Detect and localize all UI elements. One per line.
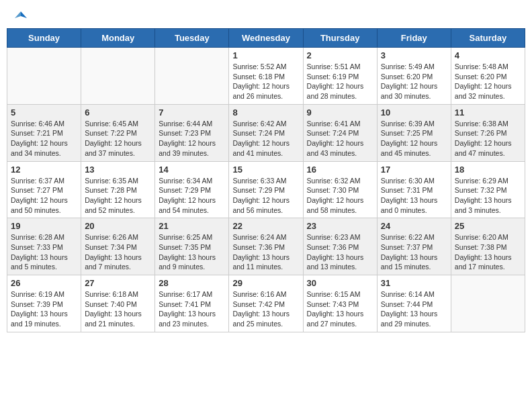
calendar-day-header: Sunday [7, 29, 81, 48]
calendar-week-row: 12Sunrise: 6:37 AM Sunset: 7:27 PM Dayli… [7, 161, 525, 218]
day-info: Sunrise: 6:20 AM Sunset: 7:38 PM Dayligh… [455, 232, 521, 272]
day-info: Sunrise: 5:52 AM Sunset: 6:18 PM Dayligh… [232, 62, 299, 101]
day-number: 11 [455, 107, 521, 118]
calendar-day-cell: 15Sunrise: 6:33 AM Sunset: 7:29 PM Dayli… [229, 161, 303, 218]
day-number: 15 [232, 165, 299, 175]
calendar-day-cell: 5Sunrise: 6:46 AM Sunset: 7:21 PM Daylig… [7, 104, 81, 161]
day-info: Sunrise: 5:49 AM Sunset: 6:20 PM Dayligh… [381, 62, 447, 101]
day-number: 4 [455, 50, 521, 60]
calendar-day-cell: 26Sunrise: 6:19 AM Sunset: 7:39 PM Dayli… [7, 275, 81, 332]
day-number: 23 [307, 221, 373, 231]
calendar-day-header: Thursday [303, 29, 377, 48]
calendar-day-cell: 4Sunrise: 5:48 AM Sunset: 6:20 PM Daylig… [451, 48, 525, 105]
logo-bird-icon [15, 10, 27, 22]
day-number: 13 [85, 165, 151, 175]
day-number: 16 [307, 165, 373, 175]
calendar-day-cell: 29Sunrise: 6:16 AM Sunset: 7:42 PM Dayli… [229, 275, 303, 332]
day-number: 22 [232, 221, 299, 231]
calendar-day-cell: 30Sunrise: 6:15 AM Sunset: 7:43 PM Dayli… [303, 275, 377, 332]
calendar-table: SundayMondayTuesdayWednesdayThursdayFrid… [7, 28, 525, 332]
calendar-day-cell: 13Sunrise: 6:35 AM Sunset: 7:28 PM Dayli… [81, 161, 155, 218]
day-number: 12 [11, 165, 77, 175]
day-info: Sunrise: 6:16 AM Sunset: 7:42 PM Dayligh… [232, 289, 299, 329]
day-number: 10 [381, 107, 447, 118]
day-number: 29 [232, 278, 299, 288]
day-number: 24 [381, 221, 447, 231]
day-number: 2 [307, 50, 373, 60]
day-info: Sunrise: 6:23 AM Sunset: 7:36 PM Dayligh… [307, 232, 373, 272]
day-info: Sunrise: 6:22 AM Sunset: 7:37 PM Dayligh… [381, 232, 447, 272]
calendar-day-cell: 16Sunrise: 6:32 AM Sunset: 7:30 PM Dayli… [303, 161, 377, 218]
day-info: Sunrise: 6:33 AM Sunset: 7:29 PM Dayligh… [232, 176, 299, 216]
day-number: 31 [381, 278, 447, 288]
calendar-day-cell: 1Sunrise: 5:52 AM Sunset: 6:18 PM Daylig… [229, 48, 303, 105]
day-number: 7 [159, 107, 225, 118]
day-number: 26 [11, 278, 77, 288]
calendar-day-cell: 28Sunrise: 6:17 AM Sunset: 7:41 PM Dayli… [155, 275, 229, 332]
logo [13, 10, 28, 19]
calendar-day-cell: 17Sunrise: 6:30 AM Sunset: 7:31 PM Dayli… [377, 161, 451, 218]
calendar-week-row: 1Sunrise: 5:52 AM Sunset: 6:18 PM Daylig… [7, 48, 525, 105]
day-info: Sunrise: 6:28 AM Sunset: 7:33 PM Dayligh… [11, 232, 77, 272]
calendar-day-cell: 2Sunrise: 5:51 AM Sunset: 6:19 PM Daylig… [303, 48, 377, 105]
day-number: 17 [381, 165, 447, 175]
day-info: Sunrise: 6:24 AM Sunset: 7:36 PM Dayligh… [232, 232, 299, 272]
calendar-day-cell [7, 48, 81, 105]
day-number: 27 [85, 278, 151, 288]
calendar-day-cell: 8Sunrise: 6:42 AM Sunset: 7:24 PM Daylig… [229, 104, 303, 161]
day-number: 30 [307, 278, 373, 288]
day-number: 9 [307, 107, 373, 118]
svg-marker-0 [21, 11, 27, 18]
calendar-day-cell [451, 275, 525, 332]
day-number: 28 [159, 278, 225, 288]
day-info: Sunrise: 6:15 AM Sunset: 7:43 PM Dayligh… [307, 289, 373, 329]
calendar-day-cell: 11Sunrise: 6:38 AM Sunset: 7:26 PM Dayli… [451, 104, 525, 161]
day-info: Sunrise: 6:37 AM Sunset: 7:27 PM Dayligh… [11, 176, 77, 216]
day-info: Sunrise: 6:25 AM Sunset: 7:35 PM Dayligh… [159, 232, 225, 272]
calendar-day-cell: 25Sunrise: 6:20 AM Sunset: 7:38 PM Dayli… [451, 218, 525, 275]
day-info: Sunrise: 6:45 AM Sunset: 7:22 PM Dayligh… [85, 119, 151, 158]
day-info: Sunrise: 6:26 AM Sunset: 7:34 PM Dayligh… [85, 232, 151, 272]
day-info: Sunrise: 5:51 AM Sunset: 6:19 PM Dayligh… [307, 62, 373, 101]
svg-marker-1 [15, 11, 21, 18]
calendar-week-row: 19Sunrise: 6:28 AM Sunset: 7:33 PM Dayli… [7, 218, 525, 275]
calendar-day-cell: 19Sunrise: 6:28 AM Sunset: 7:33 PM Dayli… [7, 218, 81, 275]
calendar-day-header: Wednesday [229, 29, 303, 48]
calendar-day-cell: 6Sunrise: 6:45 AM Sunset: 7:22 PM Daylig… [81, 104, 155, 161]
calendar-day-header: Saturday [451, 29, 525, 48]
calendar-day-cell: 21Sunrise: 6:25 AM Sunset: 7:35 PM Dayli… [155, 218, 229, 275]
calendar-day-cell: 20Sunrise: 6:26 AM Sunset: 7:34 PM Dayli… [81, 218, 155, 275]
calendar-day-header: Tuesday [155, 29, 229, 48]
day-info: Sunrise: 6:44 AM Sunset: 7:23 PM Dayligh… [159, 119, 225, 158]
day-number: 18 [455, 165, 521, 175]
calendar-day-cell: 10Sunrise: 6:39 AM Sunset: 7:25 PM Dayli… [377, 104, 451, 161]
calendar-day-cell: 3Sunrise: 5:49 AM Sunset: 6:20 PM Daylig… [377, 48, 451, 105]
calendar-day-cell: 9Sunrise: 6:41 AM Sunset: 7:24 PM Daylig… [303, 104, 377, 161]
calendar-day-cell [155, 48, 229, 105]
day-number: 6 [85, 107, 151, 118]
day-info: Sunrise: 6:34 AM Sunset: 7:29 PM Dayligh… [159, 176, 225, 216]
day-number: 20 [85, 221, 151, 231]
day-info: Sunrise: 6:18 AM Sunset: 7:40 PM Dayligh… [85, 289, 151, 329]
day-number: 19 [11, 221, 77, 231]
day-info: Sunrise: 6:39 AM Sunset: 7:25 PM Dayligh… [381, 119, 447, 158]
day-info: Sunrise: 6:19 AM Sunset: 7:39 PM Dayligh… [11, 289, 77, 329]
calendar-week-row: 5Sunrise: 6:46 AM Sunset: 7:21 PM Daylig… [7, 104, 525, 161]
day-info: Sunrise: 6:17 AM Sunset: 7:41 PM Dayligh… [159, 289, 225, 329]
calendar-day-cell: 18Sunrise: 6:29 AM Sunset: 7:32 PM Dayli… [451, 161, 525, 218]
day-info: Sunrise: 6:42 AM Sunset: 7:24 PM Dayligh… [232, 119, 299, 158]
calendar-day-header: Monday [81, 29, 155, 48]
page-header [7, 7, 525, 23]
day-number: 14 [159, 165, 225, 175]
day-info: Sunrise: 6:30 AM Sunset: 7:31 PM Dayligh… [381, 176, 447, 216]
calendar-day-cell: 7Sunrise: 6:44 AM Sunset: 7:23 PM Daylig… [155, 104, 229, 161]
day-number: 3 [381, 50, 447, 60]
calendar-day-cell: 12Sunrise: 6:37 AM Sunset: 7:27 PM Dayli… [7, 161, 81, 218]
day-number: 25 [455, 221, 521, 231]
calendar-day-cell: 22Sunrise: 6:24 AM Sunset: 7:36 PM Dayli… [229, 218, 303, 275]
calendar-week-row: 26Sunrise: 6:19 AM Sunset: 7:39 PM Dayli… [7, 275, 525, 332]
day-info: Sunrise: 6:38 AM Sunset: 7:26 PM Dayligh… [455, 119, 521, 158]
day-info: Sunrise: 6:35 AM Sunset: 7:28 PM Dayligh… [85, 176, 151, 216]
day-info: Sunrise: 6:14 AM Sunset: 7:44 PM Dayligh… [381, 289, 447, 329]
calendar-day-cell: 14Sunrise: 6:34 AM Sunset: 7:29 PM Dayli… [155, 161, 229, 218]
